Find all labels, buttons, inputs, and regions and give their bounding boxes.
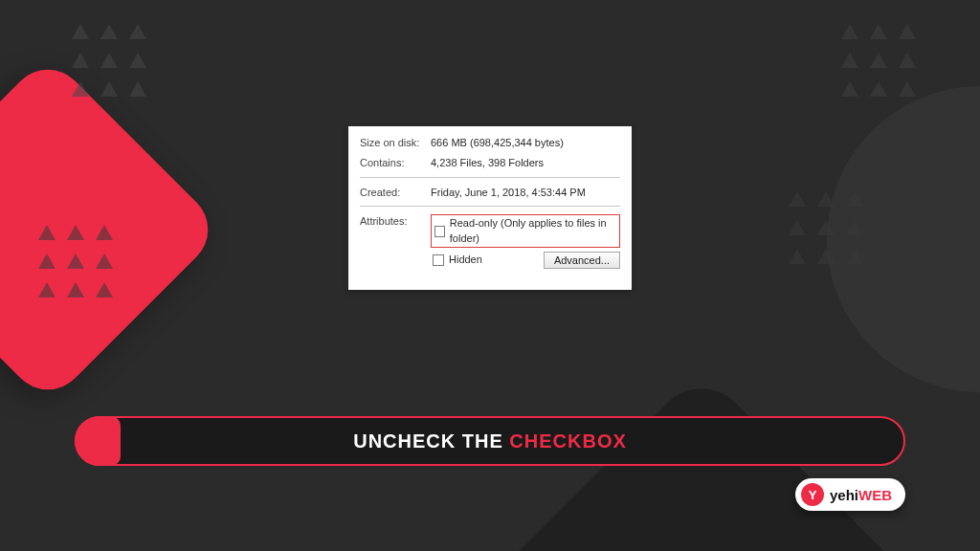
created-value: Friday, June 1, 2018, 4:53:44 PM bbox=[431, 186, 620, 200]
caption-bar: UNCHECK THE CHECKBOX bbox=[75, 416, 905, 466]
readonly-row: Read-only (Only applies to files in fold… bbox=[431, 214, 620, 248]
contains-label: Contains: bbox=[360, 156, 421, 170]
triangle-icon bbox=[899, 24, 916, 39]
triangle-icon bbox=[100, 53, 118, 68]
triangle-icon bbox=[72, 53, 89, 68]
triangle-icon bbox=[817, 191, 835, 207]
triangle-icon bbox=[870, 24, 887, 39]
triangle-icon bbox=[846, 220, 863, 235]
triangle-icon bbox=[846, 249, 863, 264]
triangle-icon bbox=[899, 81, 916, 97]
brand-name: yehiWEB bbox=[830, 487, 892, 503]
size-on-disk-value: 666 MB (698,425,344 bytes) bbox=[431, 136, 620, 150]
created-label: Created: bbox=[360, 186, 421, 200]
triangle-icon bbox=[789, 249, 806, 264]
brand-logo-icon: Y bbox=[801, 483, 824, 506]
decor-triangles-top-right bbox=[841, 24, 918, 100]
triangle-icon bbox=[841, 81, 858, 97]
triangle-icon bbox=[72, 24, 89, 39]
hidden-row: Hidden bbox=[431, 252, 484, 268]
divider bbox=[360, 177, 620, 178]
triangle-icon bbox=[870, 53, 887, 68]
triangle-icon bbox=[846, 191, 863, 207]
triangle-icon bbox=[870, 81, 887, 97]
decor-triangles-top-left bbox=[72, 24, 148, 100]
advanced-button[interactable]: Advanced... bbox=[544, 252, 620, 269]
caption-part1: UNCHECK THE bbox=[353, 430, 509, 452]
decor-triangles-mid-left bbox=[38, 225, 115, 301]
brand-name-part1: yehi bbox=[830, 487, 858, 503]
hidden-label: Hidden bbox=[449, 253, 482, 267]
triangle-icon bbox=[129, 53, 146, 68]
triangle-icon bbox=[789, 191, 806, 207]
triangle-icon bbox=[67, 253, 84, 269]
properties-panel: Size on disk: 666 MB (698,425,344 bytes)… bbox=[348, 126, 632, 290]
attributes-label: Attributes: bbox=[360, 214, 421, 269]
hidden-checkbox[interactable] bbox=[433, 254, 444, 266]
triangle-icon bbox=[67, 282, 84, 298]
triangle-icon bbox=[96, 282, 113, 298]
triangle-icon bbox=[72, 81, 89, 97]
triangle-icon bbox=[817, 249, 835, 264]
triangle-icon bbox=[841, 24, 858, 39]
triangle-icon bbox=[96, 253, 113, 269]
readonly-checkbox[interactable] bbox=[434, 226, 445, 237]
triangle-icon bbox=[100, 81, 118, 97]
divider bbox=[360, 206, 620, 207]
triangle-icon bbox=[129, 81, 146, 97]
triangle-icon bbox=[96, 225, 113, 240]
decor-triangles-mid-right bbox=[789, 191, 865, 268]
triangle-icon bbox=[38, 253, 56, 269]
caption-container: UNCHECK THE CHECKBOX bbox=[75, 416, 905, 466]
triangle-icon bbox=[899, 53, 916, 68]
triangle-icon bbox=[38, 282, 56, 298]
triangle-icon bbox=[817, 220, 835, 235]
triangle-icon bbox=[38, 225, 56, 240]
caption-part2: CHECKBOX bbox=[509, 430, 626, 452]
triangle-icon bbox=[67, 225, 84, 240]
brand-name-part2: WEB bbox=[858, 487, 892, 503]
readonly-label: Read-only (Only applies to files in fold… bbox=[450, 216, 616, 246]
size-on-disk-label: Size on disk: bbox=[360, 136, 421, 150]
brand-badge: Y yehiWEB bbox=[795, 478, 905, 511]
caption-accent bbox=[75, 416, 121, 466]
triangle-icon bbox=[841, 53, 858, 68]
triangle-icon bbox=[129, 24, 146, 39]
triangle-icon bbox=[789, 220, 806, 235]
caption-text: UNCHECK THE CHECKBOX bbox=[353, 430, 627, 452]
contains-value: 4,238 Files, 398 Folders bbox=[431, 156, 620, 170]
triangle-icon bbox=[100, 24, 118, 39]
